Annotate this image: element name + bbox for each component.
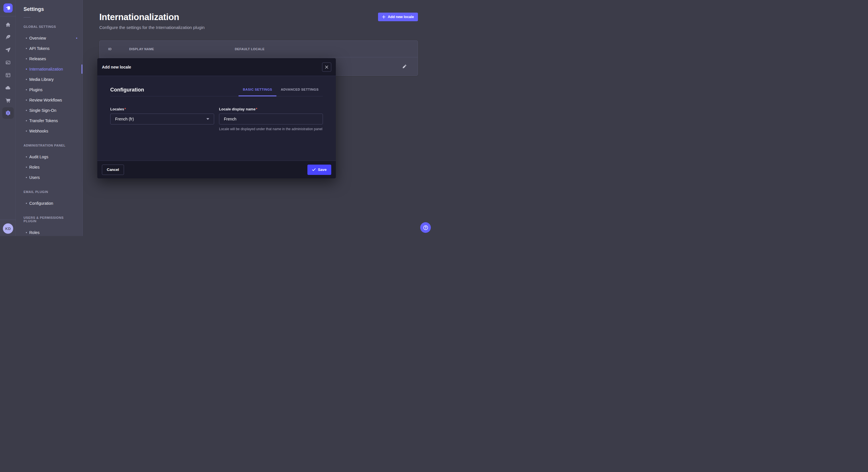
locales-label: Locales* [110, 107, 126, 111]
display-name-input[interactable] [219, 113, 323, 125]
modal-footer: Cancel Save [97, 161, 336, 178]
save-button[interactable]: Save [307, 165, 331, 175]
tab-basic-settings[interactable]: BASIC SETTINGS [239, 88, 276, 96]
modal-title: Add new locale [102, 65, 131, 69]
tab-advanced-settings[interactable]: ADVANCED SETTINGS [276, 88, 323, 96]
settings-tabs: BASIC SETTINGS ADVANCED SETTINGS [239, 88, 323, 96]
modal-body: Configuration BASIC SETTINGS ADVANCED SE… [97, 76, 336, 161]
required-asterisk: * [124, 107, 126, 111]
close-button[interactable] [322, 63, 331, 72]
close-icon [325, 65, 329, 69]
add-new-locale-modal: Add new locale Configuration BASIC SETTI… [97, 58, 336, 178]
required-asterisk: * [256, 107, 257, 111]
display-name-field: Locale display name* Locale will be disp… [219, 106, 323, 132]
display-name-label: Locale display name* [219, 107, 257, 111]
locales-select-value: French (fr) [115, 117, 134, 121]
cancel-button[interactable]: Cancel [102, 165, 124, 175]
check-icon [312, 168, 316, 171]
display-name-hint: Locale will be displayed under that name… [219, 127, 323, 132]
configuration-heading: Configuration [110, 87, 144, 93]
chevron-down-icon [206, 118, 209, 120]
locales-field: Locales* French (fr) [110, 106, 214, 132]
modal-header: Add new locale [97, 58, 336, 76]
locales-select[interactable]: French (fr) [110, 113, 214, 125]
